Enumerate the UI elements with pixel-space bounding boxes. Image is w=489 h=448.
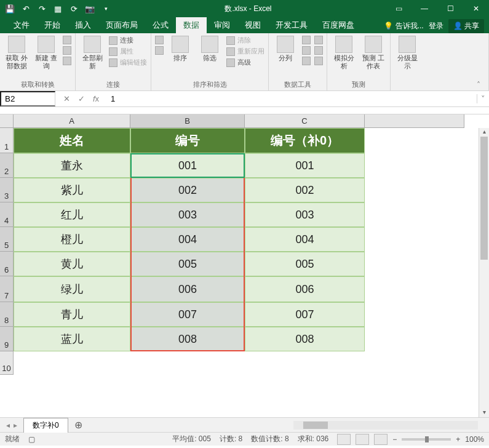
cell-C2[interactable]: 001	[245, 153, 365, 178]
macro-record-icon[interactable]: ▢	[28, 435, 35, 444]
undo-icon[interactable]: ↶	[21, 4, 31, 14]
tell-me[interactable]: 💡 告诉我...	[384, 21, 423, 31]
page-layout-view-button[interactable]	[356, 434, 369, 445]
tab-百度网盘[interactable]: 百度网盘	[315, 17, 362, 33]
name-box[interactable]	[0, 91, 55, 106]
vertical-scrollbar[interactable]: ▴ ▾	[479, 128, 489, 417]
page-break-view-button[interactable]	[374, 434, 388, 445]
header-cell-A1[interactable]: 姓名	[14, 128, 130, 153]
row-header-1[interactable]: 1	[0, 128, 14, 153]
cell-B4[interactable]: 003	[130, 202, 245, 227]
row-header-8[interactable]: 8	[0, 302, 14, 327]
select-all-corner[interactable]	[0, 114, 14, 128]
cell-A5[interactable]: 橙儿	[14, 227, 130, 252]
cell-A2[interactable]: 董永	[14, 153, 130, 178]
row-header-9[interactable]: 9	[0, 327, 14, 351]
zoom-slider[interactable]	[402, 438, 451, 441]
zoom-in-button[interactable]: +	[456, 435, 460, 444]
filter-button[interactable]: 筛选	[197, 36, 223, 62]
row-header-3[interactable]: 3	[0, 178, 14, 202]
cell-C9[interactable]: 008	[245, 327, 365, 351]
manage-data-model-button[interactable]	[314, 57, 323, 65]
enter-formula-icon[interactable]: ✓	[76, 94, 86, 103]
relationships-button[interactable]	[314, 46, 323, 55]
text-to-columns-button[interactable]: 分列	[272, 36, 298, 62]
cell-A6[interactable]: 黄儿	[14, 252, 130, 276]
data-validation-button[interactable]	[302, 57, 311, 65]
tab-审阅[interactable]: 审阅	[207, 17, 237, 33]
cell-A9[interactable]: 蓝儿	[14, 327, 130, 351]
flash-fill-button[interactable]	[302, 36, 311, 44]
expand-formula-bar-icon[interactable]: ˅	[477, 94, 489, 103]
tab-视图[interactable]: 视图	[237, 17, 268, 33]
sort-button[interactable]: 排序	[167, 36, 193, 62]
row-header-7[interactable]: 7	[0, 276, 14, 302]
forecast-sheet-button[interactable]: 预测 工作表	[360, 36, 386, 70]
row-header-10[interactable]: 10	[0, 351, 14, 375]
cell-C6[interactable]: 005	[245, 252, 365, 276]
row-header-4[interactable]: 4	[0, 202, 14, 227]
horizontal-scrollbar[interactable]	[293, 421, 478, 430]
column-header-C[interactable]: C	[245, 114, 365, 128]
header-cell-C1[interactable]: 编号（补0）	[245, 128, 365, 153]
tab-公式[interactable]: 公式	[145, 17, 176, 33]
close-button[interactable]: ✕	[463, 0, 489, 17]
tab-插入[interactable]: 插入	[68, 17, 98, 33]
cell-B8[interactable]: 007	[130, 302, 245, 327]
fx-icon[interactable]: fx	[91, 94, 101, 103]
cells-area[interactable]: 姓名编号编号（补0）董永001001紫儿002002红儿003003橙儿0040…	[14, 128, 464, 375]
cell-A4[interactable]: 红儿	[14, 202, 130, 227]
collapse-ribbon-button[interactable]: ˄	[472, 81, 485, 89]
tab-开始[interactable]: 开始	[37, 17, 68, 33]
advanced-button[interactable]: 高级	[226, 58, 264, 67]
row-header-6[interactable]: 6	[0, 252, 14, 276]
login-link[interactable]: 登录	[429, 21, 443, 31]
what-if-button[interactable]: 模拟分析	[331, 36, 357, 70]
cell-B3[interactable]: 002	[130, 178, 245, 202]
scroll-up-icon[interactable]: ▴	[479, 128, 489, 137]
cell-C5[interactable]: 004	[245, 227, 365, 252]
cell-B5[interactable]: 004	[130, 227, 245, 252]
maximize-button[interactable]: ☐	[437, 0, 463, 17]
from-table-button[interactable]	[63, 46, 71, 55]
cell-C3[interactable]: 002	[245, 178, 365, 202]
redo-icon[interactable]: ↷	[37, 4, 47, 14]
scroll-down-icon[interactable]: ▾	[479, 409, 489, 417]
show-queries-button[interactable]	[63, 36, 71, 44]
sheet-tab[interactable]: 数字补0	[23, 418, 68, 433]
cell-C8[interactable]: 007	[245, 302, 365, 327]
cell-B2[interactable]: 001	[130, 153, 245, 178]
row-header-5[interactable]: 5	[0, 227, 14, 252]
zoom-level[interactable]: 100%	[465, 435, 484, 444]
save-icon[interactable]: 💾	[5, 4, 15, 14]
header-cell-B1[interactable]: 编号	[130, 128, 245, 153]
cell-B7[interactable]: 006	[130, 276, 245, 302]
minimize-button[interactable]: —	[411, 0, 437, 17]
cell-A8[interactable]: 青儿	[14, 302, 130, 327]
camera-icon[interactable]: 📷	[85, 4, 95, 14]
outline-button[interactable]: 分级显示	[394, 36, 420, 70]
sheet-nav-next-icon[interactable]: ▸	[14, 421, 17, 430]
column-header-A[interactable]: A	[14, 114, 130, 128]
cancel-formula-icon[interactable]: ✕	[62, 94, 71, 103]
qat-more-icon[interactable]: ▾	[101, 4, 111, 14]
new-query-button[interactable]: 新建 查询	[33, 36, 59, 70]
tab-数据[interactable]: 数据	[176, 17, 207, 33]
recent-sources-button[interactable]	[63, 57, 71, 65]
cell-B9[interactable]: 008	[130, 327, 245, 351]
scroll-thumb[interactable]	[480, 137, 488, 260]
sort-desc-button[interactable]	[155, 46, 164, 55]
tab-文件[interactable]: 文件	[6, 17, 37, 33]
add-sheet-button[interactable]: ⊕	[68, 419, 89, 431]
remove-duplicates-button[interactable]	[302, 46, 311, 55]
cell-A3[interactable]: 紫儿	[14, 178, 130, 202]
cell-A7[interactable]: 绿儿	[14, 276, 130, 302]
tab-页面布局[interactable]: 页面布局	[98, 17, 145, 33]
connections-button[interactable]: 连接	[109, 36, 147, 45]
cell-C4[interactable]: 003	[245, 202, 365, 227]
sheet-nav-prev-icon[interactable]: ◂	[6, 421, 10, 430]
column-header-B[interactable]: B	[130, 114, 245, 128]
formula-input[interactable]: 1	[107, 92, 477, 105]
sort-asc-button[interactable]	[155, 36, 164, 44]
normal-view-button[interactable]	[337, 434, 351, 445]
